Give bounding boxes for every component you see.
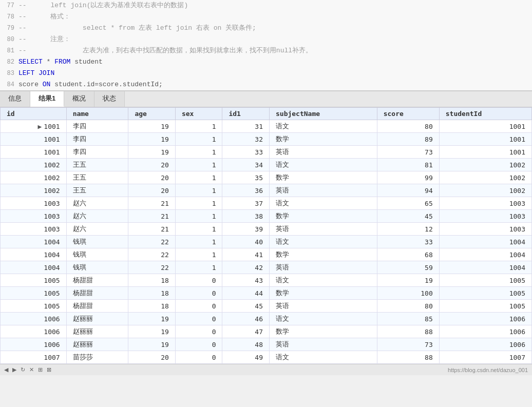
table-cell: 19 [128,325,176,338]
table-cell: 1002 [439,159,531,171]
table-cell: 英语 [269,184,377,197]
table-cell: 赵丽丽 [66,313,128,325]
table-cell: 王五 [66,171,128,184]
table-cell: 赵丽丽 [66,338,128,351]
table-cell: 1005 [439,287,531,300]
table-cell: 1002 [1,184,67,197]
table-cell: 34 [222,159,270,171]
table-cell: 44 [222,287,270,300]
table-cell: 英语 [269,338,377,351]
line-content: LEFT JOIN [18,68,532,79]
line-content: -- select * from 左表 left join 右表 on 关联条件… [18,23,532,33]
table-cell: 1 [175,146,222,159]
table-cell: 68 [377,248,439,261]
line-number: 83 [0,68,18,79]
col-header-subjectName: subjectName [269,108,377,120]
line-content: -- 格式： [18,12,532,22]
table-cell: 1 [175,159,222,171]
table-cell: 语文 [269,197,377,210]
stop-icon[interactable]: ✕ [29,366,34,373]
table-cell: 42 [222,261,270,274]
table-cell: 1004 [1,261,67,274]
table-cell: 59 [377,261,439,274]
code-line: 82SELECT * FROM student [0,56,532,68]
table-container[interactable]: idnameagesexid1subjectNamescorestudentId… [0,107,532,364]
tab-状态[interactable]: 状态 [94,91,125,107]
table-cell: 0 [175,325,222,338]
table-cell: 1 [175,120,222,133]
table-cell: 20 [128,351,176,364]
line-content: -- 左表为准，到右表中找匹配的数据，如果找到就拿出来，找不到用null补齐。 [18,46,532,56]
table-row: 1001李四19132数学891001 [1,133,532,146]
table-cell: 赵六 [66,210,128,223]
code-line: 79-- select * from 左表 left join 右表 on 关联… [0,23,532,34]
table-cell: 英语 [269,261,377,274]
table-cell: 数学 [269,287,377,300]
bottom-controls: ◀ ▶ ↻ ✕ ⊞ ⊠ [4,366,51,373]
table-cell: 12 [377,223,439,236]
table-row: 1006赵丽丽19047数学881006 [1,325,532,338]
table-cell: 20 [128,171,176,184]
table-cell: 36 [222,184,270,197]
table-cell: 1001 [1,146,67,159]
table-cell: 21 [128,197,176,210]
table-row: 1004钱琪22142英语591004 [1,261,532,274]
table-cell: 语文 [269,236,377,248]
table-cell: 45 [377,210,439,223]
table-cell: 苗莎莎 [66,351,128,364]
table-cell: 语文 [269,274,377,287]
table-row: 1005杨甜甜18045英语801005 [1,300,532,313]
tab-结果1[interactable]: 结果1 [30,91,64,107]
table-cell: 1004 [1,248,67,261]
table-cell: 94 [377,184,439,197]
table-cell: 19 [128,120,176,133]
table-row: 1002王五20134语文811002 [1,159,532,171]
copy-icon[interactable]: ⊞ [38,366,43,373]
line-number: 77 [0,1,18,11]
table-row: 1001李四19131语文801001 [1,120,532,133]
table-cell: 李四 [66,133,128,146]
code-line: 81-- 左表为准，到右表中找匹配的数据，如果找到就拿出来，找不到用null补齐… [0,45,532,56]
table-cell: 0 [175,287,222,300]
table-cell: 数学 [269,248,377,261]
line-content: SELECT * FROM student [18,57,532,67]
line-content: -- 注意： [18,34,532,45]
table-row: 1005杨甜甜18044数学1001005 [1,287,532,300]
table-cell: 1001 [1,120,67,133]
table-cell: 李四 [66,146,128,159]
table-cell: 49 [222,351,270,364]
table-cell: 73 [377,338,439,351]
arrow-left-icon[interactable]: ◀ [4,366,8,373]
tab-信息[interactable]: 信息 [0,91,30,107]
table-row: 1007苗莎莎20049语文881007 [1,351,532,364]
table-cell: 1003 [439,197,531,210]
table-cell: 1005 [1,300,67,313]
table-cell: 钱琪 [66,236,128,248]
table-cell: 数学 [269,133,377,146]
code-line: 83LEFT JOIN [0,68,532,79]
table-cell: 1002 [439,184,531,197]
table-cell: 王五 [66,159,128,171]
table-cell: 1002 [439,171,531,184]
table-cell: 100 [377,287,439,300]
table-cell: 1001 [439,146,531,159]
col-header-studentId: studentId [439,108,531,120]
copy2-icon[interactable]: ⊠ [47,366,51,373]
tab-概况[interactable]: 概况 [64,91,94,107]
table-cell: 19 [128,338,176,351]
table-cell: 0 [175,274,222,287]
refresh-icon[interactable]: ↻ [21,366,25,373]
table-cell: 1006 [439,338,531,351]
table-cell: 赵丽丽 [66,325,128,338]
table-cell: 1 [175,184,222,197]
table-cell: 1003 [1,210,67,223]
table-cell: 43 [222,274,270,287]
table-row: 1002王五20136英语941002 [1,184,532,197]
line-number: 81 [0,46,18,56]
arrow-right-icon[interactable]: ▶ [12,366,16,373]
table-cell: 1006 [1,338,67,351]
table-cell: 19 [128,146,176,159]
table-cell: 0 [175,313,222,325]
table-cell: 20 [128,184,176,197]
table-cell: 0 [175,351,222,364]
